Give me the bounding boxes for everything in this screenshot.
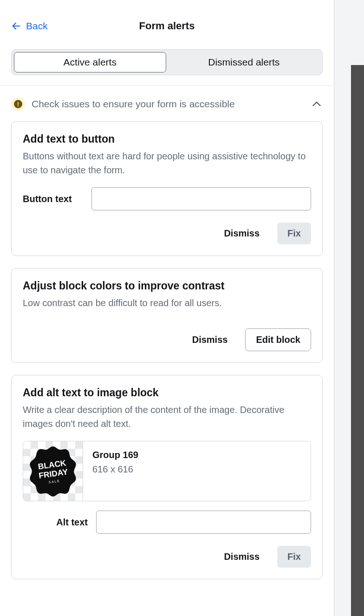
card-title: Add text to button <box>23 133 311 145</box>
page-title: Form alerts <box>0 20 334 32</box>
canvas-edge <box>351 65 364 616</box>
card-description: Buttons without text are hard for people… <box>23 149 311 177</box>
tabs-container: Active alerts Dismissed alerts <box>0 40 334 75</box>
image-preview-block: BLACK FRIDAY SALE Group 169 616 x 616 <box>23 441 311 501</box>
alert-card-color-contrast: Adjust block colors to improve contrast … <box>11 268 323 363</box>
image-thumbnail: BLACK FRIDAY SALE <box>23 441 83 501</box>
button-text-input[interactable] <box>91 187 311 210</box>
field-label: Button text <box>23 194 83 204</box>
alerts-list: Add text to button Buttons without text … <box>0 121 334 590</box>
field-label: Alt text <box>23 517 88 528</box>
edit-block-button[interactable]: Edit block <box>245 328 311 351</box>
dismiss-button[interactable]: Dismiss <box>215 546 268 568</box>
card-description: Low contrast can be difficult to read fo… <box>23 296 311 310</box>
notice-text: Check issues to ensure your form is acce… <box>32 98 311 110</box>
back-label: Back <box>26 20 48 32</box>
alert-card-add-button-text: Add text to button Buttons without text … <box>11 121 323 256</box>
image-name: Group 169 <box>92 450 301 460</box>
card-title: Add alt text to image block <box>23 387 311 399</box>
chevron-up-icon <box>311 98 323 110</box>
back-button[interactable]: Back <box>11 20 48 32</box>
form-alerts-panel: Back Form alerts Active alerts Dismissed… <box>0 0 334 616</box>
fix-button[interactable]: Fix <box>277 223 311 244</box>
warning-icon: ! <box>11 97 25 111</box>
alert-card-alt-text: Add alt text to image block Write a clea… <box>11 375 323 579</box>
dismiss-button[interactable]: Dismiss <box>215 223 268 244</box>
card-title: Adjust block colors to improve contrast <box>23 280 311 292</box>
image-dimensions: 616 x 616 <box>92 464 301 475</box>
card-description: Write a clear description of the content… <box>23 403 311 431</box>
tab-active-alerts[interactable]: Active alerts <box>14 52 166 72</box>
tab-dismissed-alerts[interactable]: Dismissed alerts <box>168 52 320 72</box>
accessibility-notice[interactable]: ! Check issues to ensure your form is ac… <box>0 85 334 121</box>
fix-button[interactable]: Fix <box>277 546 311 568</box>
dismiss-button[interactable]: Dismiss <box>184 329 236 351</box>
arrow-left-icon <box>11 21 21 31</box>
panel-header: Back Form alerts <box>0 0 334 40</box>
canvas-area <box>334 0 364 616</box>
black-friday-badge-icon: BLACK FRIDAY SALE <box>26 444 80 498</box>
alt-text-input[interactable] <box>96 511 311 534</box>
